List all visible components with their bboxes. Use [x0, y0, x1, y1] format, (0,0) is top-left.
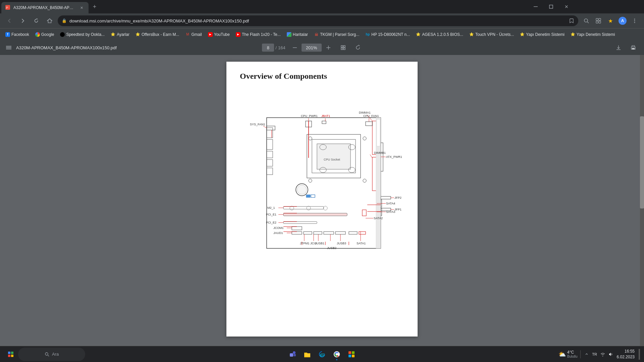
- star-icon: ⭐: [571, 32, 575, 37]
- svg-rect-59: [306, 195, 310, 197]
- download-button[interactable]: [613, 42, 624, 53]
- svg-point-4: [584, 19, 588, 22]
- bookmark-touchvpn[interactable]: ⭐ Touch VPN - Ücrets...: [467, 31, 517, 38]
- svg-text:DIMMA1: DIMMA1: [359, 111, 371, 114]
- svg-text:DIMMB1: DIMMB1: [374, 151, 386, 155]
- page-separator: /: [275, 45, 277, 50]
- volume-icon[interactable]: [607, 351, 614, 358]
- maps-favicon: [287, 32, 291, 37]
- forward-button[interactable]: [17, 15, 28, 26]
- zoom-in-button[interactable]: [323, 42, 334, 53]
- page-number-input[interactable]: [262, 44, 274, 52]
- bookmark-tkgm[interactable]: 🏛 TKGM | Parsel Sorg...: [311, 31, 362, 38]
- svg-rect-32: [317, 144, 351, 169]
- svg-rect-14: [6, 47, 11, 48]
- show-desktop-button[interactable]: [639, 349, 640, 360]
- svg-rect-16: [293, 48, 297, 48]
- svg-line-5: [587, 22, 589, 23]
- bookmark-hp[interactable]: hp HP 15-D80062NT n...: [363, 31, 413, 38]
- bookmark-gmail[interactable]: M Gmail: [182, 31, 204, 38]
- teams-icon[interactable]: [286, 348, 299, 361]
- file-explorer-icon[interactable]: [301, 348, 314, 361]
- tab-bar: P A320M-APROMAX_B450M-APRO... ✕ + ✕: [0, 0, 644, 13]
- pdf-menu-button[interactable]: [5, 44, 12, 51]
- edge-icon[interactable]: [315, 348, 329, 361]
- clock-widget[interactable]: 16:55 6.02.2023: [617, 349, 635, 360]
- svg-rect-19: [341, 46, 343, 47]
- bookmark-google[interactable]: Google: [33, 31, 57, 38]
- print-button[interactable]: [628, 42, 639, 53]
- svg-rect-150: [352, 355, 355, 357]
- back-button[interactable]: [4, 15, 15, 26]
- search-labs-icon[interactable]: [581, 15, 592, 26]
- svg-rect-15: [6, 49, 11, 49]
- svg-point-146: [336, 353, 337, 355]
- scrollbar-thumb[interactable]: [640, 116, 644, 208]
- star-icon: ⭐: [111, 32, 115, 37]
- bookmark-yapi1[interactable]: ⭐ Yapı Denetim Sistemi: [517, 31, 567, 38]
- bookmark-page-icon[interactable]: [569, 18, 574, 23]
- minimize-button[interactable]: [528, 0, 543, 13]
- bookmark-speedtest[interactable]: Speedtest by Ookla...: [57, 31, 107, 38]
- close-button[interactable]: ✕: [559, 0, 574, 13]
- start-button[interactable]: [4, 348, 17, 361]
- address-bar[interactable]: 🔒 download.msi.com/archive/mnu_exe/mb/A3…: [58, 15, 578, 26]
- fit-page-button[interactable]: [338, 42, 348, 53]
- svg-rect-3: [549, 5, 553, 8]
- svg-text:JTPM1: JTPM1: [300, 242, 310, 245]
- extensions-icon[interactable]: [593, 15, 604, 26]
- yt-favicon: ▶: [236, 32, 240, 37]
- bookmark-label: Yapı Denetim Sistemi: [526, 32, 565, 37]
- network-icon[interactable]: [599, 351, 606, 358]
- search-bar[interactable]: Ara: [18, 348, 85, 361]
- bookmark-yapi2[interactable]: ⭐ Yapı Denetim Sistemi: [568, 31, 618, 38]
- bookmark-star-icon[interactable]: ★: [605, 15, 616, 26]
- bookmark-label: The Flash 1x20 - Te...: [242, 32, 281, 37]
- tab-close-button[interactable]: ✕: [78, 5, 85, 11]
- bookmark-youtube[interactable]: ▶ YouTube: [205, 31, 232, 38]
- home-button[interactable]: [44, 15, 55, 26]
- svg-text:JUSB3: JUSB3: [337, 242, 346, 245]
- facebook-favicon: f: [5, 32, 10, 37]
- bookmark-label: OffersBux - Earn M...: [142, 32, 179, 37]
- more-options-button[interactable]: [629, 15, 640, 26]
- active-tab[interactable]: P A320M-APROMAX_B450M-APRO... ✕: [1, 2, 89, 13]
- bookmark-label: HP 15-D80062NT n...: [371, 32, 410, 37]
- svg-text:ATX_PWR1: ATX_PWR1: [386, 155, 402, 159]
- svg-text:P: P: [6, 6, 8, 9]
- reload-button[interactable]: [31, 15, 42, 26]
- page-controls: / 164: [262, 44, 285, 52]
- svg-line-99: [263, 126, 267, 128]
- new-tab-button[interactable]: +: [90, 2, 99, 11]
- bookmark-agesa[interactable]: ⭐ AGESA 1.2.0.5 BIOS...: [413, 31, 466, 38]
- clock-date: 6.02.2023: [617, 354, 635, 360]
- scrollbar-track[interactable]: [640, 55, 644, 362]
- language-indicator[interactable]: TR: [591, 351, 598, 358]
- bookmark-haritalar[interactable]: Haritalar: [284, 31, 311, 38]
- bookmark-flash[interactable]: ▶ The Flash 1x20 - Te...: [233, 31, 283, 38]
- divider: [580, 350, 581, 358]
- security-icon: 🔒: [62, 18, 67, 23]
- rotate-button[interactable]: [353, 42, 363, 53]
- svg-text:PCI_E2: PCI_E2: [266, 221, 276, 224]
- store-icon[interactable]: [345, 348, 358, 361]
- svg-text:SATA1: SATA1: [357, 242, 366, 245]
- svg-rect-26: [632, 48, 635, 49]
- bookmark-facebook[interactable]: f Facebook: [3, 31, 32, 38]
- zoom-out-button[interactable]: [289, 42, 300, 53]
- svg-point-11: [634, 20, 635, 21]
- bookmark-offersbux[interactable]: ⭐ OffersBux - Earn M...: [133, 31, 182, 38]
- taskbar-right: ⛅ 4°C Bulutlu TR 16:55 6.02.2023: [558, 349, 640, 360]
- url-text: download.msi.com/archive/mnu_exe/mb/A320…: [69, 18, 566, 23]
- chrome-icon[interactable]: [330, 348, 343, 361]
- maximize-button[interactable]: [543, 0, 559, 13]
- bookmark-label: Haritalar: [293, 32, 308, 37]
- svg-rect-138: [8, 355, 10, 357]
- svg-point-140: [45, 353, 48, 355]
- profile-icon[interactable]: A: [617, 15, 628, 26]
- bookmark-label: Yapı Denetim Sistemi: [577, 32, 615, 37]
- tray-expand-button[interactable]: [583, 351, 590, 358]
- bookmark-ayarlar[interactable]: ⭐ Ayarlar: [108, 31, 132, 38]
- weather-widget[interactable]: ⛅ 4°C Bulutlu: [558, 350, 578, 358]
- svg-text:JUSB1: JUSB1: [315, 242, 324, 245]
